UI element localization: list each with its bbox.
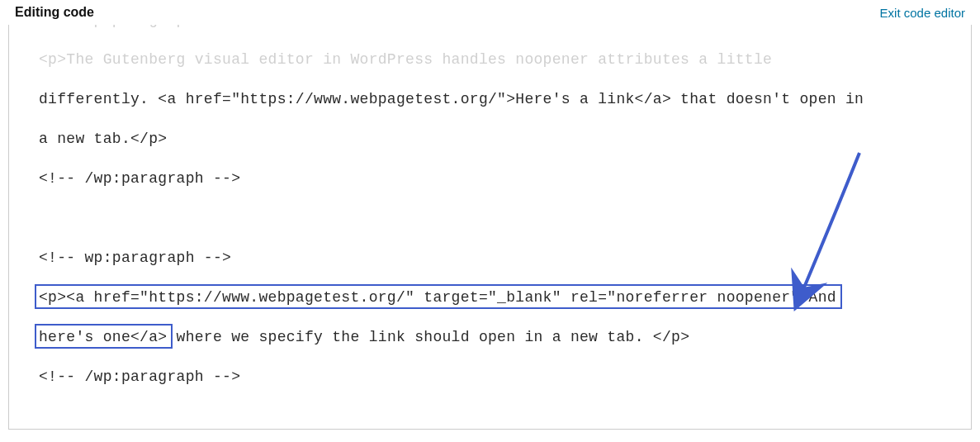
code-line: <!-- wp:paragraph --> xyxy=(39,250,231,266)
code-line: <p>The Gutenberg visual editor in WordPr… xyxy=(39,51,772,68)
code-line: here's one</a> xyxy=(39,329,167,345)
code-content[interactable]: <!-- wp:paragraph --> <p>The Gutenberg v… xyxy=(9,25,971,397)
code-line: <!-- wp:paragraph --> xyxy=(39,25,231,28)
code-line: <!-- /wp:paragraph --> xyxy=(39,368,240,385)
code-line: <p><a href="https://www.webpagetest.org/… xyxy=(39,289,836,306)
code-line: <!-- /wp:paragraph --> xyxy=(39,170,240,187)
editor-window: Editing code Exit code editor <!-- wp:pa… xyxy=(0,0,980,442)
code-editor[interactable]: <!-- wp:paragraph --> <p>The Gutenberg v… xyxy=(8,25,972,430)
exit-code-editor-link[interactable]: Exit code editor xyxy=(880,6,965,20)
code-line: differently. <a href="https://www.webpag… xyxy=(39,91,864,107)
code-line: a new tab.</p> xyxy=(39,131,167,147)
topbar: Editing code Exit code editor xyxy=(0,0,980,25)
code-line: where we specify the link should open in… xyxy=(167,329,689,345)
page-title: Editing code xyxy=(15,5,94,20)
